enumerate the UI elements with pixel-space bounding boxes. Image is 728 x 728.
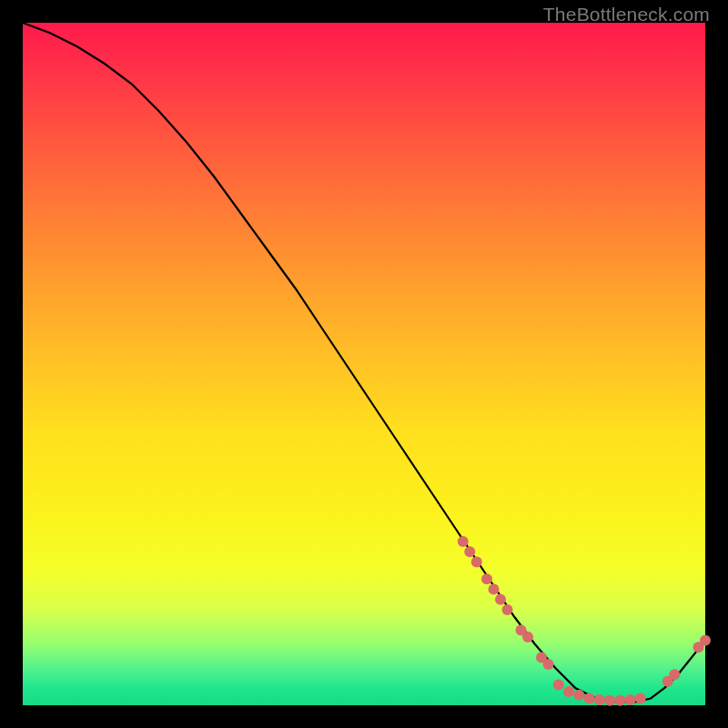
curve-marker bbox=[495, 594, 506, 605]
bottleneck-curve-line bbox=[23, 23, 705, 702]
curve-marker bbox=[573, 690, 584, 701]
curve-markers bbox=[458, 536, 711, 706]
curve-marker bbox=[584, 693, 595, 704]
plot-area bbox=[23, 23, 705, 705]
curve-marker bbox=[614, 695, 625, 706]
curve-marker bbox=[625, 694, 636, 705]
curve-marker bbox=[563, 686, 574, 697]
curve-marker bbox=[464, 546, 475, 557]
curve-marker bbox=[635, 693, 646, 704]
curve-marker bbox=[481, 573, 492, 584]
chart-container: TheBottleneck.com bbox=[0, 0, 728, 728]
curve-marker bbox=[471, 557, 482, 568]
curve-marker bbox=[604, 695, 615, 706]
bottleneck-chart bbox=[23, 23, 705, 705]
curve-marker bbox=[522, 632, 533, 642]
curve-marker bbox=[502, 604, 513, 615]
curve-marker bbox=[489, 584, 500, 595]
curve-marker bbox=[458, 536, 469, 547]
curve-marker bbox=[553, 680, 564, 691]
curve-marker bbox=[594, 694, 605, 705]
curve-marker bbox=[669, 669, 680, 680]
curve-marker bbox=[543, 659, 554, 670]
curve-marker bbox=[700, 635, 711, 646]
